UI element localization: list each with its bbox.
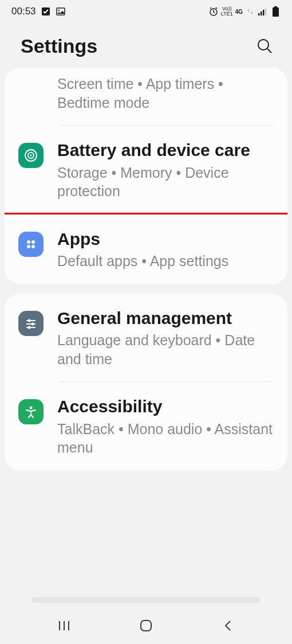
svg-point-17: [27, 245, 30, 248]
volte-indicator: Vo)) LTE1: [221, 6, 233, 17]
status-time: 00:53: [11, 6, 36, 17]
back-icon: [222, 619, 234, 633]
item-title: Apps: [57, 228, 274, 250]
svg-point-24: [28, 326, 31, 329]
signal-icon: [258, 6, 268, 17]
item-subtitle: Storage • Memory • Device protection: [57, 163, 274, 201]
settings-item-battery[interactable]: Battery and device care Storage • Memory…: [5, 126, 287, 214]
item-title: General management: [57, 307, 274, 329]
svg-point-16: [31, 240, 35, 244]
item-title: Battery and device care: [57, 139, 274, 161]
svg-rect-9: [273, 7, 279, 17]
settings-card-1: Screen time • App timers • Bedtime mode …: [5, 68, 287, 284]
search-icon: [256, 37, 273, 54]
svg-line-11: [267, 49, 271, 53]
status-right: Vo)) LTE1 4G: [208, 6, 281, 17]
search-button[interactable]: [253, 34, 276, 57]
general-management-icon: [18, 311, 44, 336]
item-title: Accessibility: [57, 396, 274, 417]
alarm-icon: [208, 6, 219, 17]
svg-rect-5: [261, 11, 262, 15]
settings-item-digital-wellbeing[interactable]: Screen time • App timers • Bedtime mode: [5, 68, 287, 126]
svg-rect-1: [57, 8, 65, 15]
settings-item-general[interactable]: General management Language and keyboard…: [5, 294, 287, 383]
svg-point-20: [28, 319, 31, 322]
item-subtitle: Language and keyboard • Date and time: [57, 331, 274, 368]
gallery-notification-icon: [56, 6, 66, 17]
recents-icon: [58, 619, 70, 632]
navigation-bar: [0, 607, 292, 644]
svg-point-15: [27, 240, 30, 244]
home-icon: [139, 619, 153, 633]
checkbox-notification-icon: [41, 6, 51, 17]
page-title: Settings: [21, 35, 97, 57]
status-bar: 00:53 Vo)) LTE1 4G: [0, 0, 292, 23]
recents-button[interactable]: [41, 614, 87, 637]
item-subtitle: TalkBack • Mono audio • Assistant menu: [57, 420, 274, 457]
svg-point-10: [258, 40, 269, 50]
svg-rect-4: [258, 13, 260, 15]
apps-icon: [18, 232, 44, 257]
svg-point-25: [30, 407, 33, 409]
svg-point-14: [30, 155, 32, 157]
svg-rect-8: [274, 6, 277, 7]
settings-item-apps[interactable]: Apps Default apps • App settings: [5, 213, 287, 284]
settings-item-accessibility[interactable]: Accessibility TalkBack • Mono audio • As…: [5, 382, 287, 471]
battery-icon: [270, 6, 281, 17]
item-subtitle: Default apps • App settings: [57, 252, 274, 271]
network-type: 4G: [235, 9, 243, 15]
svg-point-18: [31, 245, 35, 248]
item-subtitle: Screen time • App timers • Bedtime mode: [57, 75, 274, 112]
settings-header: Settings: [0, 23, 292, 68]
accessibility-icon: [18, 399, 44, 424]
svg-rect-6: [263, 10, 265, 15]
status-left: 00:53: [11, 6, 66, 17]
settings-content: Screen time • App timers • Bedtime mode …: [0, 68, 292, 471]
scroll-indicator: [31, 597, 261, 603]
svg-rect-29: [141, 620, 151, 631]
svg-rect-7: [265, 8, 267, 15]
data-arrows-icon: [245, 6, 255, 17]
home-button[interactable]: [123, 614, 169, 637]
settings-card-2: General management Language and keyboard…: [5, 294, 287, 471]
svg-point-2: [58, 10, 59, 11]
back-button[interactable]: [205, 614, 251, 637]
svg-point-22: [31, 322, 34, 325]
battery-care-icon: [18, 143, 44, 168]
